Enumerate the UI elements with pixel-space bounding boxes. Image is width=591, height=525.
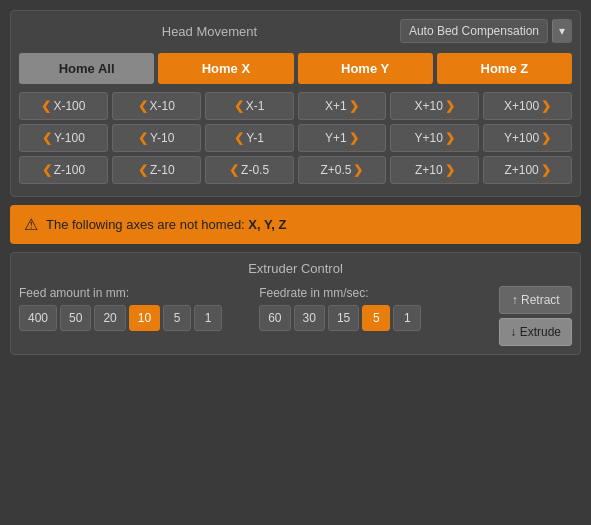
feed-amount-50[interactable]: 50 [60, 305, 91, 331]
feed-amount-group: Feed amount in mm: 400 50 20 10 5 1 [19, 286, 249, 331]
z-minus-0-5-button[interactable]: ❮ Z-0.5 [205, 156, 294, 184]
feedrate-buttons: 60 30 15 5 1 [259, 305, 489, 331]
y-movement-row: ❮ Y-100 ❮ Y-10 ❮ Y-1 Y+1 ❯ Y+10 ❯ Y+100 … [19, 124, 572, 152]
x-plus-1-button[interactable]: X+1 ❯ [298, 92, 387, 120]
z-minus-10-button[interactable]: ❮ Z-10 [112, 156, 201, 184]
x-minus-10-button[interactable]: ❮ X-10 [112, 92, 201, 120]
z-plus-10-button[interactable]: Z+10 ❯ [390, 156, 479, 184]
x-minus-100-button[interactable]: ❮ X-100 [19, 92, 108, 120]
extrude-button[interactable]: ↓ Extrude [499, 318, 572, 346]
retract-label: ↑ Retract [512, 293, 560, 307]
feed-amount-1[interactable]: 1 [194, 305, 222, 331]
extruder-title: Extruder Control [19, 261, 572, 276]
y-plus-100-button[interactable]: Y+100 ❯ [483, 124, 572, 152]
feedrate-30[interactable]: 30 [294, 305, 325, 331]
auto-bed-button[interactable]: Auto Bed Compensation [400, 19, 548, 43]
warning-text: The following axes are not homed: X, Y, … [46, 217, 286, 232]
warning-banner: ⚠ The following axes are not homed: X, Y… [10, 205, 581, 244]
feed-amount-10[interactable]: 10 [129, 305, 160, 331]
section-header: Head Movement Auto Bed Compensation ▾ [19, 19, 572, 43]
auto-bed-dropdown[interactable]: ▾ [552, 19, 572, 43]
dropdown-arrow-icon: ▾ [559, 24, 565, 38]
auto-bed-label: Auto Bed Compensation [409, 24, 539, 38]
feed-amount-buttons: 400 50 20 10 5 1 [19, 305, 249, 331]
auto-bed-container: Auto Bed Compensation ▾ [400, 19, 572, 43]
extrude-label: ↓ Extrude [510, 325, 561, 339]
home-y-button[interactable]: Home Y [298, 53, 433, 84]
retract-button[interactable]: ↑ Retract [499, 286, 572, 314]
head-movement-section: Head Movement Auto Bed Compensation ▾ Ho… [10, 10, 581, 197]
y-minus-100-button[interactable]: ❮ Y-100 [19, 124, 108, 152]
y-plus-1-button[interactable]: Y+1 ❯ [298, 124, 387, 152]
home-z-button[interactable]: Home Z [437, 53, 572, 84]
feedrate-label: Feedrate in mm/sec: [259, 286, 489, 300]
home-x-button[interactable]: Home X [158, 53, 293, 84]
home-all-button[interactable]: Home All [19, 53, 154, 84]
feedrate-5[interactable]: 5 [362, 305, 390, 331]
retract-extrude-group: ↑ Retract ↓ Extrude [499, 286, 572, 346]
feed-amount-label: Feed amount in mm: [19, 286, 249, 300]
x-plus-100-button[interactable]: X+100 ❯ [483, 92, 572, 120]
section-title: Head Movement [19, 24, 400, 39]
extruder-section: Extruder Control Feed amount in mm: 400 … [10, 252, 581, 355]
z-movement-row: ❮ Z-100 ❮ Z-10 ❮ Z-0.5 Z+0.5 ❯ Z+10 ❯ Z+… [19, 156, 572, 184]
x-plus-10-button[interactable]: X+10 ❯ [390, 92, 479, 120]
x-minus-1-button[interactable]: ❮ X-1 [205, 92, 294, 120]
feed-amount-400[interactable]: 400 [19, 305, 57, 331]
z-minus-100-button[interactable]: ❮ Z-100 [19, 156, 108, 184]
z-plus-0-5-button[interactable]: Z+0.5 ❯ [298, 156, 387, 184]
feedrate-1[interactable]: 1 [393, 305, 421, 331]
y-plus-10-button[interactable]: Y+10 ❯ [390, 124, 479, 152]
feed-amount-20[interactable]: 20 [94, 305, 125, 331]
warning-icon: ⚠ [24, 215, 38, 234]
feedrate-group: Feedrate in mm/sec: 60 30 15 5 1 [259, 286, 489, 331]
z-plus-100-button[interactable]: Z+100 ❯ [483, 156, 572, 184]
x-movement-row: ❮ X-100 ❮ X-10 ❮ X-1 X+1 ❯ X+10 ❯ X+100 … [19, 92, 572, 120]
extruder-controls: Feed amount in mm: 400 50 20 10 5 1 Feed… [19, 286, 572, 346]
feedrate-60[interactable]: 60 [259, 305, 290, 331]
feedrate-15[interactable]: 15 [328, 305, 359, 331]
feed-amount-5[interactable]: 5 [163, 305, 191, 331]
home-buttons-row: Home All Home X Home Y Home Z [19, 53, 572, 84]
y-minus-10-button[interactable]: ❮ Y-10 [112, 124, 201, 152]
y-minus-1-button[interactable]: ❮ Y-1 [205, 124, 294, 152]
